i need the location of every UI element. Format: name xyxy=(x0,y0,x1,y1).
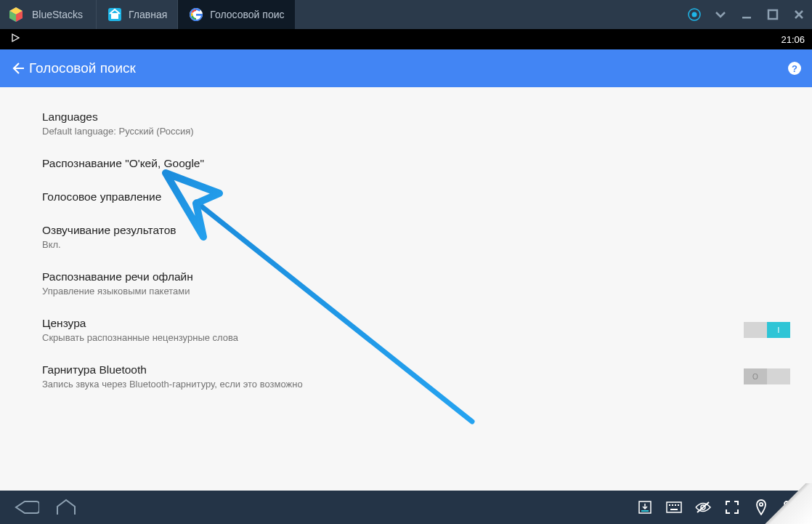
toggle-handle: O xyxy=(744,368,767,384)
svg-rect-16 xyxy=(670,509,678,510)
svg-rect-14 xyxy=(675,504,676,506)
setting-title: Languages xyxy=(42,110,792,124)
svg-rect-6 xyxy=(768,10,777,19)
app-name: BlueStacks xyxy=(32,9,83,20)
tab-voice-label: Голосовой поис xyxy=(210,9,284,20)
location-icon[interactable] xyxy=(747,491,776,524)
setting-bluetooth-headset[interactable]: Гарнитура Bluetooth Запись звука через B… xyxy=(42,353,792,400)
svg-point-19 xyxy=(760,503,763,506)
svg-rect-10 xyxy=(641,510,649,512)
nav-back-button[interactable] xyxy=(7,491,46,524)
setting-title: Озвучивание результатов xyxy=(42,224,792,237)
maximize-button[interactable] xyxy=(760,0,786,29)
svg-rect-12 xyxy=(669,504,670,506)
google-icon xyxy=(188,7,204,23)
svg-rect-1 xyxy=(111,13,118,19)
help-icon[interactable]: ? xyxy=(784,60,805,76)
close-button[interactable] xyxy=(786,0,812,29)
setting-sub: Вкл. xyxy=(42,239,792,250)
setting-title: Цензура xyxy=(42,317,744,330)
tab-home-label: Главная xyxy=(129,9,167,20)
setting-sub: Скрывать распознанные нецензурные слова xyxy=(42,332,744,343)
setting-sub: Запись звука через Bluetooth-гарнитуру, … xyxy=(42,379,744,390)
setting-ok-google[interactable]: Распознавание "О'кей, Google" xyxy=(42,147,792,180)
setting-sub: Управление языковыми пакетами xyxy=(42,286,792,297)
setting-offline-speech[interactable]: Распознавание речи офлайн Управление язы… xyxy=(42,260,792,307)
setting-languages[interactable]: Languages Default language: Русский (Рос… xyxy=(42,100,792,147)
tab-voice-search[interactable]: Голосовой поис xyxy=(177,0,294,29)
back-arrow-icon[interactable] xyxy=(7,60,28,76)
svg-rect-11 xyxy=(667,502,681,512)
bluestacks-logo-icon xyxy=(6,4,26,25)
statusbar-time: 21:06 xyxy=(781,34,805,45)
setting-title: Гарнитура Bluetooth xyxy=(42,363,744,376)
setting-censorship[interactable]: Цензура Скрывать распознанные нецензурны… xyxy=(42,307,792,353)
setting-title: Голосовое управление xyxy=(42,190,792,203)
page-title: Голосовой поиск xyxy=(29,60,136,76)
setting-voice-control[interactable]: Голосовое управление xyxy=(42,180,792,214)
svg-rect-15 xyxy=(678,504,679,506)
censorship-toggle[interactable]: I xyxy=(744,322,790,338)
svg-point-4 xyxy=(692,12,697,17)
install-apk-icon[interactable] xyxy=(630,491,659,524)
play-icon xyxy=(10,33,23,46)
setting-title: Распознавание речи офлайн xyxy=(42,270,792,283)
keyboard-icon[interactable] xyxy=(659,491,689,524)
visibility-off-icon[interactable] xyxy=(689,491,718,524)
svg-rect-13 xyxy=(672,504,673,506)
account-indicator-icon[interactable] xyxy=(681,0,707,29)
scissors-icon[interactable] xyxy=(776,491,805,524)
minimize-button[interactable] xyxy=(734,0,760,29)
svg-text:?: ? xyxy=(792,63,797,74)
bluetooth-toggle[interactable]: O xyxy=(744,368,790,384)
titlebar: BlueStacks Главная Голосовой поис xyxy=(0,0,812,29)
fullscreen-icon[interactable] xyxy=(718,491,747,524)
app-header: Голосовой поиск ? xyxy=(0,49,812,87)
dropdown-icon[interactable] xyxy=(707,0,734,29)
android-statusbar: 21:06 xyxy=(0,29,812,49)
setting-speech-output[interactable]: Озвучивание результатов Вкл. xyxy=(42,214,792,260)
setting-sub: Default language: Русский (Россия) xyxy=(42,126,792,137)
nav-home-button[interactable] xyxy=(46,491,86,524)
setting-title: Распознавание "О'кей, Google" xyxy=(42,157,792,170)
toggle-handle: I xyxy=(767,322,790,338)
bottombar xyxy=(0,491,812,524)
tab-home[interactable]: Главная xyxy=(96,0,177,29)
settings-list: Languages Default language: Русский (Рос… xyxy=(0,87,812,491)
svg-rect-5 xyxy=(742,17,751,19)
home-tab-icon xyxy=(107,7,123,23)
